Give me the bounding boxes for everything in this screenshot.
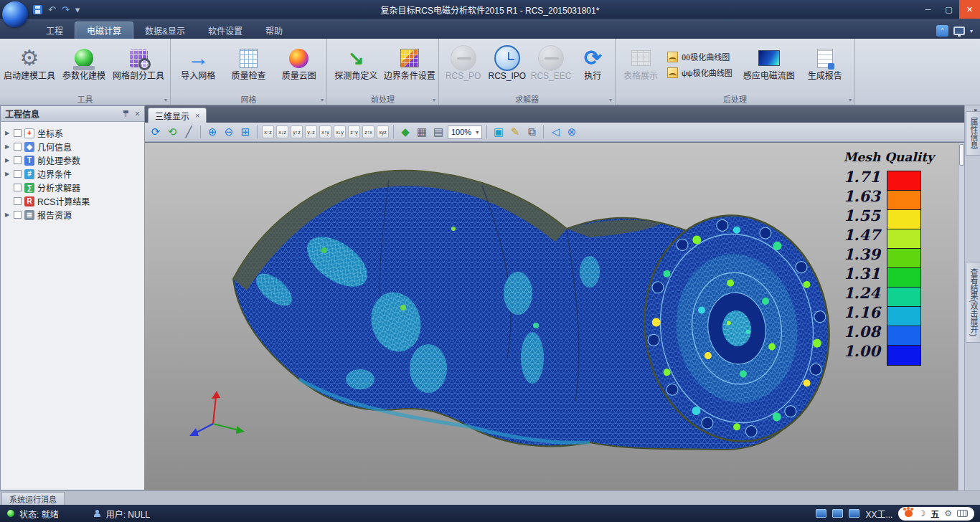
psi-polar-curve-button[interactable]: ψψ极化曲线图 [664, 65, 735, 80]
group-dropdown-icon[interactable]: ▾ [433, 97, 435, 103]
moon-icon[interactable]: ☽ [918, 508, 925, 518]
group-dropdown-icon[interactable]: ▾ [849, 97, 852, 103]
tree-checkbox[interactable] [14, 197, 22, 205]
taskbar-window-icon[interactable] [832, 509, 843, 518]
generate-report-button[interactable]: 生成报告 [803, 42, 847, 93]
expander-icon[interactable]: ▶ [4, 171, 11, 177]
boundary-condition-button[interactable]: 边界条件设置 [384, 42, 436, 93]
orbit-icon[interactable]: ⟳ [149, 125, 163, 139]
ribbon-collapse-icon[interactable]: ⌃ [936, 25, 948, 37]
view-iso3-icon[interactable]: xyz [377, 125, 389, 138]
taskbar-window-icon[interactable] [849, 509, 859, 518]
tab-property-info[interactable]: 属性信息 [966, 111, 980, 156]
view-left-icon[interactable]: y↑z [291, 125, 303, 138]
table-display-button[interactable]: 表格展示 [618, 42, 663, 93]
expander-icon[interactable]: ▶ [4, 157, 11, 163]
tab-em-computation[interactable]: 电磁计算 [75, 22, 133, 39]
tab-3d-display[interactable]: 三维显示 × [148, 108, 207, 123]
zoom-level-dropdown[interactable]: 100% ▾ [448, 125, 482, 139]
expander-icon[interactable]: ▶ [4, 212, 11, 218]
parametric-modeling-button[interactable]: 参数化建模 [57, 42, 110, 93]
view-back-icon[interactable]: x↓z [276, 125, 288, 138]
view-right-icon[interactable]: y↓z [305, 125, 317, 138]
shaded-mode-icon[interactable]: ◆ [398, 125, 413, 139]
tree-item-coordinate-system[interactable]: ▶ + 坐标系 [4, 126, 144, 140]
tree-item-preprocess-params[interactable]: ▶ T 前处理参数 [4, 153, 144, 167]
tab-project[interactable]: 工程 [34, 22, 75, 39]
gear-icon[interactable]: ⚙ [944, 508, 952, 518]
expander-icon[interactable]: ▶ [4, 130, 11, 136]
expander-icon[interactable]: ▶ [4, 143, 11, 150]
tree-checkbox[interactable] [14, 143, 22, 151]
tree-item-boundary-condition[interactable]: ▶ # 边界条件 [4, 167, 144, 181]
tab-view-results[interactable]: 查看结果(双击展开) [966, 262, 980, 343]
3d-viewport[interactable]: Mesh Quality 1.71 1.63 1.55 1.47 1.39 1.… [145, 142, 964, 490]
zoom-out-icon[interactable]: ⊖ [222, 125, 236, 139]
quality-contour-button[interactable]: 质量云图 [275, 42, 324, 93]
launch-modeling-tool-button[interactable]: ⚙ 启动建模工具 [3, 42, 56, 93]
pin-icon[interactable] [123, 110, 129, 117]
mesh-partition-tool-button[interactable]: 网格剖分工具 [112, 42, 165, 93]
import-mesh-button[interactable]: → 导入网格 [174, 42, 222, 93]
detection-angle-button[interactable]: ↘ 探测角定义 [330, 42, 382, 93]
quality-check-button[interactable]: 质量检查 [224, 42, 273, 93]
viewport-scrollbar[interactable] [958, 143, 964, 490]
export-view-icon[interactable]: ◁ [548, 125, 562, 139]
tab-help[interactable]: 帮助 [254, 22, 294, 39]
execute-button[interactable]: ⟳ 执行 [574, 42, 612, 93]
view-front-icon[interactable]: x↑z [262, 125, 274, 138]
group-dropdown-icon[interactable]: ▾ [321, 97, 324, 103]
copy-view-icon[interactable]: ⧉ [524, 125, 539, 139]
group-dropdown-icon[interactable]: ▾ [609, 97, 612, 103]
tree-checkbox[interactable] [14, 211, 22, 219]
save-icon[interactable] [33, 5, 42, 14]
qat-dropdown-icon[interactable]: ▾ [75, 5, 80, 14]
app-logo-icon[interactable] [2, 1, 28, 27]
view-top-icon[interactable]: x↑y [319, 125, 331, 138]
theta-polar-curve-button[interactable]: θθ极化曲线图 [664, 49, 735, 65]
keyboard-icon[interactable] [957, 510, 968, 517]
help-dropdown-icon[interactable]: ▾ [970, 28, 973, 34]
tab-close-icon[interactable]: × [195, 111, 199, 120]
tree-checkbox[interactable] [14, 156, 22, 164]
tab-data-display[interactable]: 数据&显示 [133, 22, 197, 39]
tree-checkbox[interactable] [14, 184, 22, 191]
display-icon[interactable] [953, 27, 965, 35]
wireframe-grid-icon[interactable]: ▦ [415, 125, 429, 139]
tab-settings[interactable]: 软件设置 [197, 22, 254, 39]
refresh-view-icon[interactable]: ⟲ [165, 125, 179, 139]
mesh-display-icon[interactable]: ▤ [431, 125, 446, 139]
tree-item-geometry-info[interactable]: ▶ ◆ 几何信息 [4, 140, 144, 153]
undo-icon[interactable]: ↶ [48, 5, 56, 14]
rcs-po-button[interactable]: RCS_PO [442, 42, 484, 93]
rcs-eec-button[interactable]: RCS_EEC [529, 42, 572, 93]
annotate-icon[interactable]: ✎ [508, 125, 522, 139]
ime-day-label[interactable]: 五 [930, 508, 939, 520]
ime-toolbar[interactable]: ☽ 五 ⚙ [898, 507, 974, 521]
view-bottom-icon[interactable]: x↓y [334, 125, 346, 138]
group-dropdown-icon[interactable]: ▾ [164, 97, 167, 103]
maximize-button[interactable]: ▢ [938, 0, 959, 19]
project-info-panel: 工程信息 × ▶ + 坐标系 ▶ ◆ 几何信息 ▶ T [0, 105, 145, 490]
tree-item-report-resources[interactable]: ▶ ≣ 报告资源 [4, 208, 144, 222]
system-message-tab[interactable]: 系统运行消息 [1, 492, 65, 506]
induced-current-map-button[interactable]: 感应电磁流图 [737, 42, 801, 93]
fit-view-icon[interactable]: ▣ [491, 125, 506, 139]
redo-icon[interactable]: ↷ [62, 5, 70, 14]
tree-checkbox[interactable] [14, 170, 22, 178]
tree-item-rcs-results[interactable]: R RCS计算结果 [4, 194, 144, 208]
zoom-window-icon[interactable]: ⊞ [238, 125, 253, 139]
measure-icon[interactable]: ╱ [182, 125, 196, 139]
tree-item-analysis-solver[interactable]: ∑ 分析求解器 [4, 181, 144, 194]
view-iso2-icon[interactable]: z↑x [362, 125, 374, 138]
tree-checkbox[interactable] [14, 129, 22, 137]
paw-icon[interactable] [905, 510, 913, 517]
clear-view-icon[interactable]: ⊗ [565, 125, 579, 139]
view-iso1-icon[interactable]: z↑y [348, 125, 360, 138]
rcs-ipo-button[interactable]: RCS_IPO [486, 42, 528, 93]
minimize-button[interactable]: ─ [918, 0, 938, 19]
zoom-in-icon[interactable]: ⊕ [205, 125, 220, 139]
close-button[interactable]: ✕ [959, 0, 980, 19]
panel-close-icon[interactable]: × [135, 109, 140, 119]
taskbar-window-icon[interactable] [816, 509, 826, 518]
